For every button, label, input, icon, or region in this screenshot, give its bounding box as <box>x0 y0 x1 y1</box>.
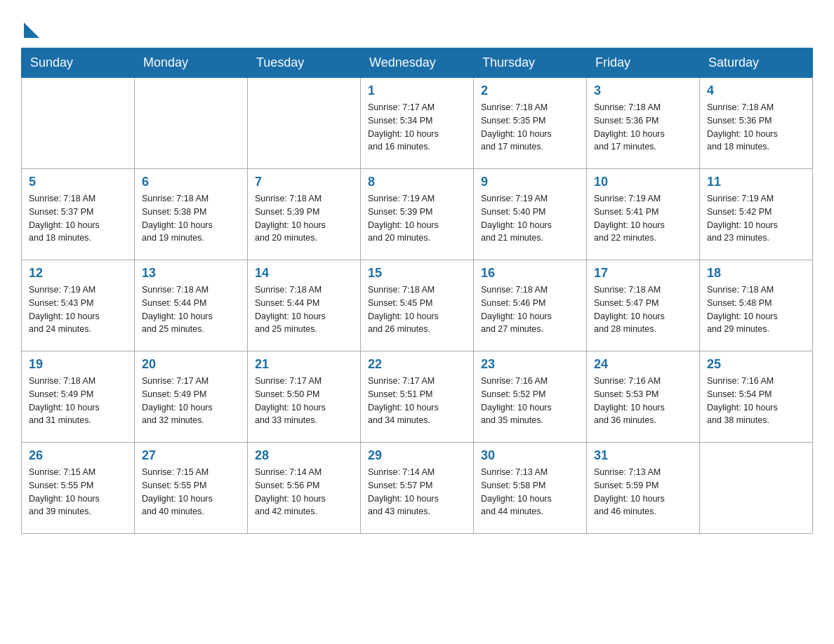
day-number: 27 <box>142 448 240 463</box>
calendar-cell: 15Sunrise: 7:18 AM Sunset: 5:45 PM Dayli… <box>361 260 474 351</box>
calendar-week-row: 1Sunrise: 7:17 AM Sunset: 5:34 PM Daylig… <box>22 78 813 169</box>
day-number: 13 <box>142 266 240 281</box>
day-number: 23 <box>481 357 579 372</box>
calendar-cell: 27Sunrise: 7:15 AM Sunset: 5:55 PM Dayli… <box>135 443 248 534</box>
day-number: 7 <box>255 175 353 189</box>
calendar-cell: 3Sunrise: 7:18 AM Sunset: 5:36 PM Daylig… <box>587 78 700 169</box>
day-number: 22 <box>368 357 466 372</box>
weekday-header-wednesday: Wednesday <box>361 48 474 78</box>
day-info: Sunrise: 7:19 AM Sunset: 5:43 PM Dayligh… <box>29 283 127 336</box>
day-number: 30 <box>481 448 579 463</box>
calendar-cell <box>700 443 813 534</box>
calendar-cell: 26Sunrise: 7:15 AM Sunset: 5:55 PM Dayli… <box>22 443 135 534</box>
calendar-cell: 12Sunrise: 7:19 AM Sunset: 5:43 PM Dayli… <box>22 260 135 351</box>
calendar-cell: 25Sunrise: 7:16 AM Sunset: 5:54 PM Dayli… <box>700 351 813 443</box>
page-header <box>21 14 813 41</box>
weekday-header-sunday: Sunday <box>22 48 135 78</box>
day-info: Sunrise: 7:17 AM Sunset: 5:50 PM Dayligh… <box>255 375 353 427</box>
day-info: Sunrise: 7:17 AM Sunset: 5:49 PM Dayligh… <box>142 375 240 427</box>
calendar-cell: 23Sunrise: 7:16 AM Sunset: 5:52 PM Dayli… <box>474 351 587 443</box>
day-number: 12 <box>29 266 127 281</box>
day-number: 17 <box>594 266 692 281</box>
day-number: 29 <box>368 448 466 463</box>
calendar-cell: 6Sunrise: 7:18 AM Sunset: 5:38 PM Daylig… <box>135 169 248 260</box>
day-number: 1 <box>368 83 466 98</box>
calendar-week-row: 5Sunrise: 7:18 AM Sunset: 5:37 PM Daylig… <box>22 169 813 260</box>
calendar-cell: 11Sunrise: 7:19 AM Sunset: 5:42 PM Dayli… <box>700 169 813 260</box>
day-info: Sunrise: 7:18 AM Sunset: 5:36 PM Dayligh… <box>594 101 692 154</box>
weekday-header-tuesday: Tuesday <box>248 48 361 78</box>
day-info: Sunrise: 7:18 AM Sunset: 5:44 PM Dayligh… <box>142 283 240 336</box>
day-number: 9 <box>481 175 579 189</box>
day-number: 19 <box>29 357 127 372</box>
calendar-cell: 18Sunrise: 7:18 AM Sunset: 5:48 PM Dayli… <box>700 260 813 351</box>
day-info: Sunrise: 7:17 AM Sunset: 5:34 PM Dayligh… <box>368 101 466 154</box>
day-info: Sunrise: 7:14 AM Sunset: 5:56 PM Dayligh… <box>255 466 353 518</box>
day-number: 24 <box>594 357 692 372</box>
day-info: Sunrise: 7:13 AM Sunset: 5:58 PM Dayligh… <box>481 466 579 518</box>
calendar-cell: 28Sunrise: 7:14 AM Sunset: 5:56 PM Dayli… <box>248 443 361 534</box>
calendar-cell: 1Sunrise: 7:17 AM Sunset: 5:34 PM Daylig… <box>361 78 474 169</box>
calendar-cell: 19Sunrise: 7:18 AM Sunset: 5:49 PM Dayli… <box>22 351 135 443</box>
day-info: Sunrise: 7:16 AM Sunset: 5:53 PM Dayligh… <box>594 375 692 427</box>
calendar-cell: 4Sunrise: 7:18 AM Sunset: 5:36 PM Daylig… <box>700 78 813 169</box>
day-number: 2 <box>481 83 579 98</box>
day-number: 31 <box>594 448 692 463</box>
calendar-cell: 13Sunrise: 7:18 AM Sunset: 5:44 PM Dayli… <box>135 260 248 351</box>
day-info: Sunrise: 7:18 AM Sunset: 5:45 PM Dayligh… <box>368 283 466 336</box>
calendar-cell <box>135 78 248 169</box>
calendar-cell: 14Sunrise: 7:18 AM Sunset: 5:44 PM Dayli… <box>248 260 361 351</box>
day-info: Sunrise: 7:16 AM Sunset: 5:52 PM Dayligh… <box>481 375 579 427</box>
day-number: 5 <box>29 175 127 189</box>
calendar-cell: 24Sunrise: 7:16 AM Sunset: 5:53 PM Dayli… <box>587 351 700 443</box>
day-info: Sunrise: 7:15 AM Sunset: 5:55 PM Dayligh… <box>142 466 240 518</box>
day-number: 10 <box>594 175 692 189</box>
weekday-header-friday: Friday <box>587 48 700 78</box>
weekday-header-saturday: Saturday <box>700 48 813 78</box>
day-number: 11 <box>707 175 805 189</box>
day-number: 14 <box>255 266 353 281</box>
day-info: Sunrise: 7:15 AM Sunset: 5:55 PM Dayligh… <box>29 466 127 518</box>
day-number: 21 <box>255 357 353 372</box>
day-number: 18 <box>707 266 805 281</box>
calendar-cell: 8Sunrise: 7:19 AM Sunset: 5:39 PM Daylig… <box>361 169 474 260</box>
day-info: Sunrise: 7:18 AM Sunset: 5:37 PM Dayligh… <box>29 192 127 245</box>
calendar-cell: 2Sunrise: 7:18 AM Sunset: 5:35 PM Daylig… <box>474 78 587 169</box>
day-info: Sunrise: 7:18 AM Sunset: 5:38 PM Dayligh… <box>142 192 240 245</box>
day-info: Sunrise: 7:19 AM Sunset: 5:41 PM Dayligh… <box>594 192 692 245</box>
calendar-cell: 30Sunrise: 7:13 AM Sunset: 5:58 PM Dayli… <box>474 443 587 534</box>
day-info: Sunrise: 7:13 AM Sunset: 5:59 PM Dayligh… <box>594 466 692 518</box>
svg-marker-0 <box>24 22 39 38</box>
day-info: Sunrise: 7:14 AM Sunset: 5:57 PM Dayligh… <box>368 466 466 518</box>
calendar-cell: 20Sunrise: 7:17 AM Sunset: 5:49 PM Dayli… <box>135 351 248 443</box>
calendar-week-row: 26Sunrise: 7:15 AM Sunset: 5:55 PM Dayli… <box>22 443 813 534</box>
calendar-week-row: 19Sunrise: 7:18 AM Sunset: 5:49 PM Dayli… <box>22 351 813 443</box>
calendar-cell: 22Sunrise: 7:17 AM Sunset: 5:51 PM Dayli… <box>361 351 474 443</box>
calendar-cell: 17Sunrise: 7:18 AM Sunset: 5:47 PM Dayli… <box>587 260 700 351</box>
day-number: 4 <box>707 83 805 98</box>
day-info: Sunrise: 7:16 AM Sunset: 5:54 PM Dayligh… <box>707 375 805 427</box>
calendar-table: SundayMondayTuesdayWednesdayThursdayFrid… <box>21 48 813 534</box>
day-info: Sunrise: 7:18 AM Sunset: 5:36 PM Dayligh… <box>707 101 805 154</box>
logo <box>21 21 39 41</box>
day-number: 26 <box>29 448 127 463</box>
calendar-cell: 9Sunrise: 7:19 AM Sunset: 5:40 PM Daylig… <box>474 169 587 260</box>
day-number: 28 <box>255 448 353 463</box>
logo-arrow-icon <box>24 22 39 38</box>
calendar-header-row: SundayMondayTuesdayWednesdayThursdayFrid… <box>22 48 813 78</box>
calendar-cell: 31Sunrise: 7:13 AM Sunset: 5:59 PM Dayli… <box>587 443 700 534</box>
day-number: 20 <box>142 357 240 372</box>
weekday-header-monday: Monday <box>135 48 248 78</box>
calendar-cell: 21Sunrise: 7:17 AM Sunset: 5:50 PM Dayli… <box>248 351 361 443</box>
weekday-header-thursday: Thursday <box>474 48 587 78</box>
day-info: Sunrise: 7:18 AM Sunset: 5:46 PM Dayligh… <box>481 283 579 336</box>
day-info: Sunrise: 7:18 AM Sunset: 5:35 PM Dayligh… <box>481 101 579 154</box>
calendar-week-row: 12Sunrise: 7:19 AM Sunset: 5:43 PM Dayli… <box>22 260 813 351</box>
calendar-cell <box>22 78 135 169</box>
day-info: Sunrise: 7:19 AM Sunset: 5:40 PM Dayligh… <box>481 192 579 245</box>
day-info: Sunrise: 7:18 AM Sunset: 5:47 PM Dayligh… <box>594 283 692 336</box>
day-number: 25 <box>707 357 805 372</box>
day-number: 3 <box>594 83 692 98</box>
day-info: Sunrise: 7:17 AM Sunset: 5:51 PM Dayligh… <box>368 375 466 427</box>
day-number: 16 <box>481 266 579 281</box>
